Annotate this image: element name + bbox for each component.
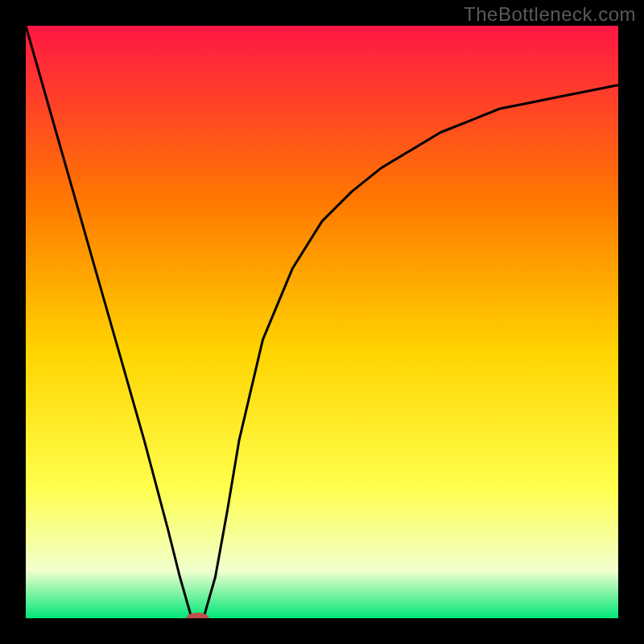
chart-frame: TheBottleneck.com bbox=[0, 0, 644, 644]
watermark-text: TheBottleneck.com bbox=[464, 3, 636, 26]
gradient-background bbox=[26, 26, 618, 618]
plot-area bbox=[26, 26, 618, 618]
plot-svg bbox=[26, 26, 618, 618]
